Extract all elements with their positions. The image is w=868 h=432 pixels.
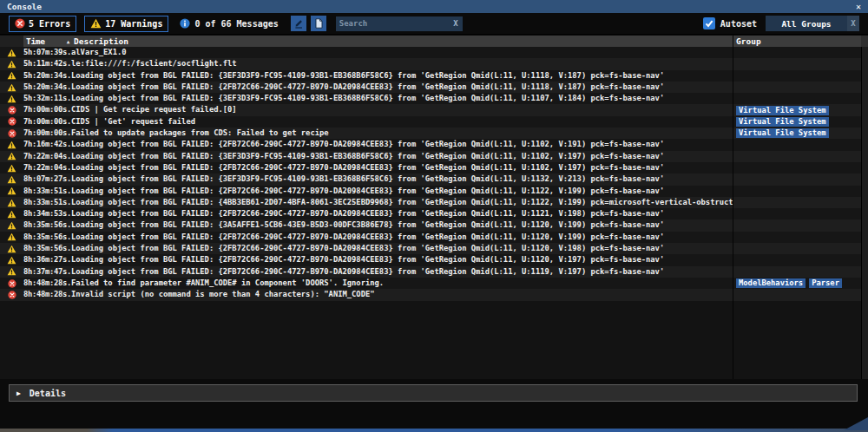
row-severity: [0, 243, 23, 254]
row-description: CIDS | 'Get' request failed: [71, 116, 733, 128]
log-row[interactable]: 8h:33m:51s. Loading object from BGL FAIL…: [0, 197, 868, 208]
row-group: Virtual File System: [733, 116, 861, 128]
pen-icon: [293, 18, 304, 29]
row-time: 5h:11m:42s.: [23, 58, 71, 69]
row-time: 8h:48m:28s.: [23, 278, 71, 289]
row-severity: [0, 104, 23, 115]
warnings-filter-button[interactable]: 17 Warnings: [84, 16, 168, 32]
row-description: Loading object from BGL FAILED: {2FB72C6…: [71, 162, 733, 173]
warning-icon: [7, 95, 16, 103]
log-row[interactable]: 7h:22m:04s. Loading object from BGL FAIL…: [0, 162, 868, 173]
scrollbar-track[interactable]: [861, 47, 868, 379]
copy-log-button[interactable]: [311, 16, 326, 31]
log-row[interactable]: 8h:35m:56s. Loading object from BGL FAIL…: [0, 219, 868, 231]
log-row[interactable]: 5h:11m:42s. le:file:///f:/fsclient/socfl…: [0, 58, 868, 69]
log-row[interactable]: 8h:33m:51s. Loading object from BGL FAIL…: [0, 186, 868, 197]
column-header-description[interactable]: Description: [71, 36, 733, 47]
log-row[interactable]: 8h:34m:53s. Loading object from BGL FAIL…: [0, 208, 868, 219]
log-row[interactable]: 7h:00m:00s. CIDS | 'Get' request failed …: [0, 116, 868, 128]
row-severity: [0, 208, 23, 219]
expander-arrow-icon: ▶: [16, 389, 21, 397]
row-severity: [0, 128, 23, 139]
autoset-checkbox[interactable]: [703, 17, 715, 29]
log-row[interactable]: 8h:36m:27s. Loading object from BGL FAIL…: [0, 254, 868, 265]
titlebar[interactable]: Console ✕: [0, 0, 868, 13]
warning-icon: [7, 175, 16, 184]
row-description: Loading object from BGL FAILED: {2FB72C6…: [71, 186, 733, 197]
search-input[interactable]: [336, 19, 445, 28]
row-description: Loading object from BGL FAILED: {2FB72C6…: [71, 254, 733, 265]
row-description: Loading object from BGL FAILED: {2FB72C6…: [71, 243, 733, 254]
groups-filter-dropdown[interactable]: All Groups X: [766, 16, 859, 31]
log-row[interactable]: 7h:00m:00s. Failed to update packages fr…: [0, 128, 868, 139]
document-icon: [313, 18, 324, 29]
groups-filter-value: All Groups: [766, 19, 847, 29]
row-description: Loading object from BGL FAILED: {3EF3D3F…: [71, 93, 733, 104]
log-row[interactable]: 8h:07m:27s. Loading object from BGL FAIL…: [0, 173, 868, 185]
row-group: [733, 162, 861, 173]
row-time: 5h:20m:34s.: [23, 70, 71, 82]
row-group: ModelBehaviorsParser: [733, 278, 861, 289]
warning-icon: [7, 152, 16, 160]
row-group: [733, 254, 861, 265]
warnings-label: 17 Warnings: [105, 19, 162, 29]
row-description: Loading object from BGL FAILED: {2FB72C6…: [71, 82, 733, 93]
log-row[interactable]: 8h:48m:28s. Failed to find parameter #AN…: [0, 278, 868, 289]
row-group: [733, 70, 861, 82]
row-group: [733, 186, 861, 197]
error-icon: [8, 129, 16, 138]
row-severity: [0, 289, 23, 300]
row-time: 7h:22m:04s.: [23, 151, 71, 162]
log-row[interactable]: 5h:20m:34s. Loading object from BGL FAIL…: [0, 70, 868, 82]
log-row[interactable]: 5h:20m:34s. Loading object from BGL FAIL…: [0, 82, 868, 93]
groups-clear-icon[interactable]: X: [847, 16, 859, 31]
row-description: Loading object from BGL FAILED: {2FB72C6…: [71, 266, 733, 278]
group-badge: Virtual File System: [736, 128, 829, 138]
search-clear-icon[interactable]: X: [453, 19, 457, 28]
row-severity: [0, 162, 23, 173]
row-description: Failed to find parameter #ANIM_CODE# in …: [71, 278, 733, 289]
row-severity: [0, 70, 23, 82]
warning-icon: [7, 141, 16, 149]
warning-icon: [7, 187, 16, 195]
log-row[interactable]: 7h:16m:42s. Loading object from BGL FAIL…: [0, 139, 868, 150]
row-severity: [0, 219, 23, 231]
column-header-time[interactable]: Time ▲: [23, 36, 71, 47]
row-time: 7h:16m:42s.: [23, 139, 71, 150]
group-column-separator: [733, 36, 733, 379]
error-icon: [8, 106, 16, 115]
warning-icon: [7, 267, 16, 276]
row-description: le:file:///f:/fsclient/socflight.flt: [71, 58, 733, 69]
log-row[interactable]: 8h:35m:56s. Loading object from BGL FAIL…: [0, 232, 868, 243]
log-row[interactable]: 8h:35m:56s. Loading object from BGL FAIL…: [0, 243, 868, 254]
errors-filter-button[interactable]: 5 Errors: [9, 16, 76, 32]
row-time: 7h:00m:00s.: [23, 104, 71, 115]
row-time: 8h:36m:27s.: [23, 254, 71, 265]
column-header-group[interactable]: Group: [733, 36, 861, 47]
group-badge: Virtual File System: [736, 117, 829, 127]
warning-icon: [7, 210, 16, 219]
clear-console-button[interactable]: [291, 16, 306, 31]
row-time: 8h:35m:56s.: [23, 243, 71, 254]
row-group: [733, 289, 861, 300]
error-icon: [8, 117, 16, 126]
log-row[interactable]: 7h:00m:00s. CIDS | Get recipe request fa…: [0, 104, 868, 115]
close-icon[interactable]: ✕: [856, 3, 861, 11]
row-description: Loading object from BGL FAILED: {3EF3D3F…: [71, 173, 733, 185]
log-row[interactable]: 8h:37m:47s. Loading object from BGL FAIL…: [0, 266, 868, 278]
log-row[interactable]: 7h:22m:04s. Loading object from BGL FAIL…: [0, 151, 868, 162]
row-group: [733, 197, 861, 208]
log-row[interactable]: 5h:32m:11s. Loading object from BGL FAIL…: [0, 93, 868, 104]
row-group: [733, 173, 861, 185]
console-window: Console ✕ 5 Errors 17 Warnings 0 of 66 M…: [0, 0, 868, 432]
log-row[interactable]: 8h:48m:28s. Invalid script (no command i…: [0, 289, 868, 300]
row-group: [733, 58, 861, 69]
details-label: Details: [30, 389, 66, 398]
details-panel[interactable]: ▶ Details: [9, 384, 858, 402]
sort-asc-icon: ▲: [67, 36, 69, 47]
row-time: 8h:33m:51s.: [23, 197, 71, 208]
row-severity: [0, 93, 23, 104]
row-severity: [0, 278, 23, 289]
log-row[interactable]: 5h:07m:39s. alVars_EX1.0: [0, 47, 868, 58]
row-group: [733, 243, 861, 254]
